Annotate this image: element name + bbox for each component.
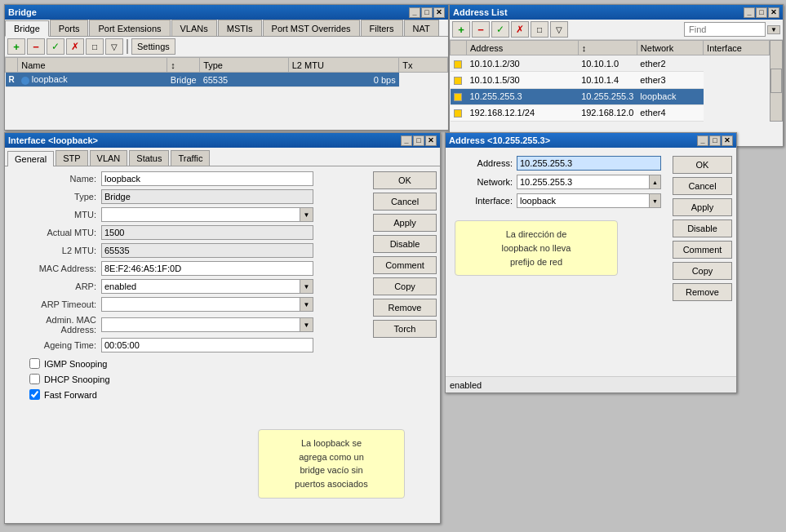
tab-vlans[interactable]: VLANs xyxy=(171,20,217,36)
al-enable-btn[interactable]: ✓ xyxy=(491,21,509,38)
addr-address-input[interactable] xyxy=(517,156,661,171)
remove-button-if[interactable]: Remove xyxy=(373,299,437,317)
al-copy-btn[interactable]: □ xyxy=(531,21,548,38)
al-col-network[interactable]: Network xyxy=(637,41,703,55)
al-disable-btn[interactable]: ✗ xyxy=(511,21,529,38)
addr-status-bar: enabled xyxy=(446,376,736,392)
addr-ok-btn[interactable]: OK xyxy=(673,156,732,174)
if-close-btn[interactable]: ✕ xyxy=(425,135,437,146)
admin-mac-input[interactable] xyxy=(101,317,300,332)
table-row[interactable]: 10.10.1.5/30 10.10.1.4 ether3 xyxy=(451,72,770,88)
row-network: 10.10.1.0 xyxy=(578,55,637,72)
col-sort[interactable]: ↕ xyxy=(167,58,200,73)
arp-label: ARP: xyxy=(11,282,101,291)
ageing-label: Ageing Time: xyxy=(11,340,101,350)
arp-dropdown-arrow[interactable]: ▼ xyxy=(300,279,313,294)
disable-button[interactable]: Disable xyxy=(373,235,437,253)
arp-timeout-input[interactable] xyxy=(101,297,300,312)
row-interface: ether3 xyxy=(637,72,703,88)
comment-button[interactable]: Comment xyxy=(373,256,437,274)
ok-button[interactable]: OK xyxy=(373,171,437,189)
fast-forward-checkbox[interactable] xyxy=(29,389,40,400)
al-col-interface[interactable]: Interface xyxy=(704,41,770,55)
addr-cancel-btn[interactable]: Cancel xyxy=(673,177,732,195)
ad-close-btn[interactable]: ✕ xyxy=(722,135,733,146)
tab-mstis[interactable]: MSTIs xyxy=(218,20,262,36)
col-name[interactable]: Name xyxy=(18,58,167,73)
tab-port-extensions[interactable]: Port Extensions xyxy=(89,20,170,36)
al-maximize-btn[interactable]: □ xyxy=(756,7,767,18)
arp-input[interactable] xyxy=(101,279,300,294)
close-btn[interactable]: ✕ xyxy=(433,7,445,18)
al-filter-btn[interactable]: ▽ xyxy=(550,21,568,38)
tab-nat[interactable]: NAT xyxy=(404,20,439,36)
addr-interface-input[interactable] xyxy=(517,193,650,208)
settings-button[interactable]: Settings xyxy=(131,38,175,55)
arp-timeout-arrow[interactable]: ▼ xyxy=(300,297,313,312)
ad-maximize-btn[interactable]: □ xyxy=(709,135,721,146)
copy-button[interactable]: Copy xyxy=(373,277,437,295)
if-tab-status[interactable]: Status xyxy=(129,150,169,166)
disable-button-tb[interactable]: ✗ xyxy=(66,38,84,55)
addr-address-row: Address: xyxy=(451,156,666,171)
minimize-btn[interactable]: _ xyxy=(409,7,420,18)
mtu-input[interactable] xyxy=(101,207,300,222)
interface-titlebar: Interface <loopback> _ □ ✕ xyxy=(5,133,440,148)
table-row[interactable]: 10.10.1.2/30 10.10.1.0 ether2 xyxy=(451,55,770,72)
scroll-down-btn[interactable]: ▼ xyxy=(767,25,780,34)
table-row[interactable]: R loopback Bridge 65535 0 bps xyxy=(6,73,448,87)
al-col-sort[interactable]: ↕ xyxy=(578,41,637,55)
addr-remove-btn[interactable]: Remove xyxy=(673,283,732,301)
addr-network-input[interactable] xyxy=(517,175,650,189)
arp-timeout-row: ARP Timeout: ▼ xyxy=(5,297,366,312)
mac-input[interactable] xyxy=(101,261,313,276)
if-minimize-btn[interactable]: _ xyxy=(401,135,412,146)
remove-button[interactable]: − xyxy=(27,38,45,55)
if-tab-vlan[interactable]: VLAN xyxy=(90,150,128,166)
col-type[interactable]: Type xyxy=(200,58,289,73)
tab-filters[interactable]: Filters xyxy=(361,20,403,36)
tab-bridge[interactable]: Bridge xyxy=(5,20,49,37)
table-scrollbar[interactable] xyxy=(770,40,783,122)
table-row[interactable]: 10.255.255.3 10.255.255.3 loopback xyxy=(451,88,770,104)
addr-apply-btn[interactable]: Apply xyxy=(673,198,732,216)
al-close-btn[interactable]: ✕ xyxy=(768,7,779,18)
admin-mac-arrow[interactable]: ▼ xyxy=(300,317,313,332)
if-tab-stp[interactable]: STP xyxy=(56,150,87,166)
ad-minimize-btn[interactable]: _ xyxy=(697,135,708,146)
row-network: 10.10.1.4 xyxy=(578,72,637,88)
apply-button[interactable]: Apply xyxy=(373,214,437,232)
filter-button[interactable]: ▽ xyxy=(105,38,123,55)
find-input[interactable] xyxy=(684,22,766,37)
if-tab-traffic[interactable]: Traffic xyxy=(171,150,210,166)
torch-button[interactable]: Torch xyxy=(373,320,437,338)
enable-button[interactable]: ✓ xyxy=(47,38,64,55)
tab-ports[interactable]: Ports xyxy=(50,20,89,36)
al-col-address[interactable]: Address xyxy=(467,41,579,55)
if-maximize-btn[interactable]: □ xyxy=(413,135,424,146)
col-l2mtu[interactable]: L2 MTU xyxy=(288,58,398,73)
row-interface: loopback xyxy=(637,88,703,104)
table-row[interactable]: 192.168.12.1/24 192.168.12.0 ether4 xyxy=(451,104,770,121)
addr-comment-btn[interactable]: Comment xyxy=(673,241,732,259)
addr-copy-btn[interactable]: Copy xyxy=(673,262,732,280)
if-tab-general[interactable]: General xyxy=(7,151,54,166)
row-address: 10.255.255.3 xyxy=(467,88,579,104)
mtu-dropdown-arrow[interactable]: ▼ xyxy=(300,207,313,222)
add-button[interactable]: + xyxy=(7,38,25,55)
copy-button-tb[interactable]: □ xyxy=(86,38,104,55)
dhcp-checkbox[interactable] xyxy=(29,374,40,384)
tab-port-mst[interactable]: Port MST Overrides xyxy=(263,20,360,36)
cancel-button[interactable]: Cancel xyxy=(373,193,437,211)
maximize-btn[interactable]: □ xyxy=(421,7,433,18)
al-minimize-btn[interactable]: _ xyxy=(744,7,755,18)
igmp-checkbox[interactable] xyxy=(29,358,40,369)
addr-disable-btn[interactable]: Disable xyxy=(673,219,732,237)
col-tx[interactable]: Tx xyxy=(399,58,448,73)
interface-dropdown-arrow[interactable]: ▼ xyxy=(650,193,661,208)
network-spin-up[interactable]: ▲ xyxy=(650,175,661,189)
name-input[interactable] xyxy=(101,171,313,186)
ageing-input[interactable] xyxy=(101,338,313,352)
al-remove-btn[interactable]: − xyxy=(472,21,490,38)
al-add-btn[interactable]: + xyxy=(452,21,470,38)
